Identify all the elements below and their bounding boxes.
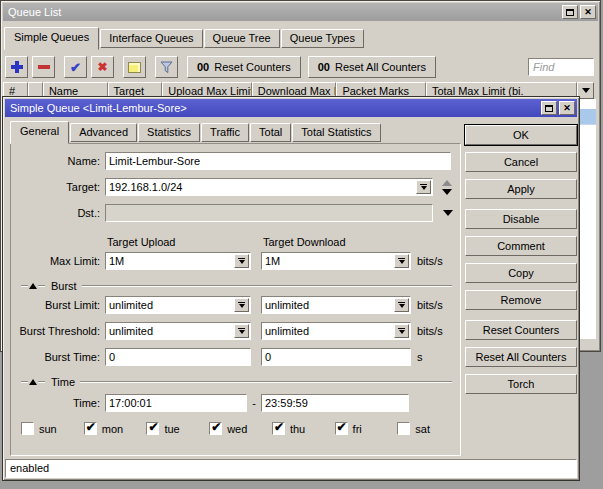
name-field[interactable] [105,152,451,170]
dialog-tabs: General Advanced Statistics Traffic Tota… [10,121,382,142]
copy-button[interactable]: Copy [465,263,577,283]
chevron-down-icon [582,88,590,93]
tab-interface-queues[interactable]: Interface Queues [100,29,202,48]
dropdown-icon [238,302,245,308]
burst-limit-upload-field[interactable] [106,297,250,313]
burst-section-label: Burst [45,280,82,292]
max-limit-download-dropdown[interactable] [394,254,409,268]
time-to-field[interactable] [261,394,409,412]
maximize-button[interactable] [562,5,578,19]
tab-queue-types[interactable]: Queue Types [281,29,364,48]
queue-list-tabs: Simple Queues Interface Queues Queue Tre… [4,27,365,48]
day-sun-checkbox[interactable] [21,422,34,435]
remove-button[interactable]: Remove [465,290,577,310]
time-from-field[interactable] [105,394,247,412]
day-mon-label: mon [102,423,123,435]
comment-button[interactable]: Comment [465,236,577,256]
dropdown-icon [420,184,427,190]
target-add-remove-control[interactable] [440,180,453,195]
add-button[interactable] [5,56,28,78]
minus-icon [38,65,50,69]
burst-limit-unit: bits/s [417,299,443,311]
burst-threshold-download-dropdown[interactable] [394,324,409,338]
burst-limit-download-field[interactable] [262,297,410,313]
day-mon-checkbox[interactable]: ✔ [84,422,97,435]
reset-counters-label: Reset Counters [214,61,290,73]
burst-limit-upload-combo [105,296,251,314]
day-wed: ✔ wed [209,422,272,435]
tab-general[interactable]: General [10,121,69,144]
check-icon: ✔ [70,61,81,74]
target-dropdown-button[interactable] [416,180,431,194]
note-icon [128,62,141,73]
burst-time-upload-field[interactable] [105,348,251,366]
tab-total[interactable]: Total [250,123,291,142]
burst-time-download-field[interactable] [261,348,411,366]
day-mon: ✔ mon [84,422,147,435]
time-separator: - [247,397,261,409]
dialog-close-button[interactable]: ✕ [559,101,575,115]
reset-all-counters-button[interactable]: 00 Reset All Counters [308,56,436,78]
max-limit-download-field[interactable] [262,253,410,269]
target-download-header: Target Download [263,236,346,248]
tab-simple-queues[interactable]: Simple Queues [4,27,99,50]
day-wed-checkbox[interactable]: ✔ [209,422,222,435]
remove-button[interactable] [32,56,55,78]
check-mark: ✔ [337,420,347,434]
dropdown-icon [238,328,245,334]
tab-advanced[interactable]: Advanced [70,123,137,142]
max-limit-upload-dropdown[interactable] [234,254,249,268]
reset-counters-button[interactable]: Reset Counters [465,320,577,340]
target-combo [105,178,433,196]
tab-queue-tree[interactable]: Queue Tree [204,29,280,48]
filter-button[interactable] [155,56,178,78]
dst-field [105,204,433,222]
cancel-button[interactable]: Cancel [465,152,577,172]
day-tue: ✔ tue [146,422,209,435]
dialog-maximize-button[interactable] [541,101,557,115]
disable-button[interactable]: Disable [465,209,577,229]
target-label: Target: [13,181,105,193]
dst-expand-icon[interactable] [443,210,453,216]
arrow-down-icon [442,189,452,195]
collapse-icon[interactable] [29,379,37,385]
counter-icon: 00 [318,61,330,73]
burst-threshold-upload-dropdown[interactable] [234,324,249,338]
torch-button[interactable]: Torch [465,374,577,394]
day-thu-label: thu [290,423,305,435]
dropdown-icon [398,302,405,308]
reset-counters-button[interactable]: 00 Reset Counters [187,56,301,78]
burst-threshold-upload-field[interactable] [106,323,250,339]
max-limit-upload-field[interactable] [106,253,250,269]
tab-total-statistics[interactable]: Total Statistics [292,123,380,142]
tab-traffic[interactable]: Traffic [201,123,249,142]
burst-limit-download-dropdown[interactable] [394,298,409,312]
collapse-icon[interactable] [29,283,37,289]
day-wed-label: wed [227,423,247,435]
burst-time-label: Burst Time: [13,351,105,363]
reset-all-counters-button[interactable]: Reset All Counters [465,347,577,367]
find-input[interactable] [528,58,594,76]
tab-statistics[interactable]: Statistics [138,123,200,142]
day-tue-checkbox[interactable]: ✔ [146,422,159,435]
disable-button[interactable]: ✖ [91,56,114,78]
comment-button[interactable] [123,56,146,78]
dialog-titlebar[interactable]: Simple Queue <Limit-Lembur-Sore> ✕ [5,99,577,117]
burst-threshold-download-field[interactable] [262,323,410,339]
weekday-checkboxes: sun ✔ mon ✔ tue ✔ wed ✔ thu ✔ fri [11,422,460,435]
day-sat-checkbox[interactable] [397,422,410,435]
queue-list-titlebar[interactable]: Queue List ✕ [3,3,598,21]
apply-button[interactable]: Apply [465,179,577,199]
queue-list-toolbar: ✔ ✖ 00 Reset Counters 00 Reset All Count… [5,53,596,81]
target-field[interactable] [106,179,432,195]
burst-threshold-unit: bits/s [417,325,443,337]
maximize-icon [545,105,553,112]
burst-limit-upload-dropdown[interactable] [234,298,249,312]
day-thu-checkbox[interactable]: ✔ [272,422,285,435]
time-label: Time: [13,397,105,409]
ok-button[interactable]: OK [465,125,577,145]
close-button[interactable]: ✕ [580,5,596,19]
day-fri-checkbox[interactable]: ✔ [335,422,348,435]
enable-button[interactable]: ✔ [64,56,87,78]
check-mark: ✔ [211,420,221,434]
